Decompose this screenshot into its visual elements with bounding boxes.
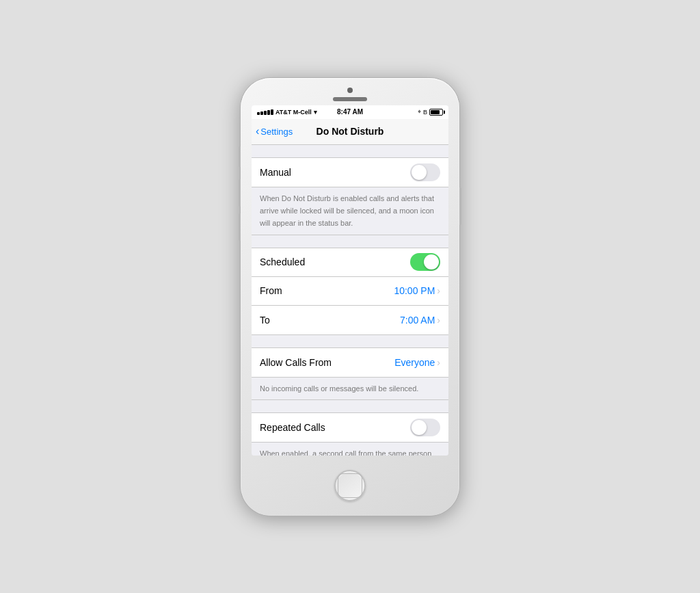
allow-calls-chevron-icon: ›	[437, 357, 440, 368]
allow-calls-row[interactable]: Allow Calls From Everyone ›	[252, 348, 448, 377]
manual-desc-text: When Do Not Disturb is enabled calls and…	[260, 194, 434, 228]
repeated-calls-section: Repeated Calls	[252, 412, 448, 443]
home-button-area	[334, 456, 366, 516]
signal-dot-3	[264, 111, 267, 115]
gap-2	[252, 235, 448, 248]
to-chevron-icon: ›	[437, 315, 440, 326]
back-button[interactable]: ‹ Settings	[256, 127, 293, 137]
scheduled-label: Scheduled	[260, 256, 305, 267]
manual-toggle[interactable]	[410, 163, 440, 181]
power-button[interactable]	[459, 187, 461, 225]
repeated-calls-label: Repeated Calls	[260, 422, 325, 433]
manual-row[interactable]: Manual	[252, 158, 448, 187]
gap-top	[252, 145, 448, 157]
from-time: 10:00 PM	[394, 285, 435, 296]
allow-calls-section: Allow Calls From Everyone ›	[252, 347, 448, 378]
to-row[interactable]: To 7:00 AM ›	[252, 306, 448, 334]
scheduled-toggle[interactable]	[410, 253, 440, 271]
to-time: 7:00 AM	[400, 315, 435, 326]
signal-dot-2	[260, 111, 263, 115]
phone-screen: AT&T M-Cell ▾ 8:47 AM ⌖ B ‹ Settings Do …	[252, 105, 448, 456]
mute-switch[interactable]	[239, 146, 241, 167]
manual-desc-block: When Do Not Disturb is enabled calls and…	[252, 187, 448, 235]
bluetooth-icon: B	[423, 109, 427, 116]
gap-3	[252, 335, 448, 347]
from-row[interactable]: From 10:00 PM ›	[252, 277, 448, 306]
from-value: 10:00 PM ›	[394, 285, 440, 296]
to-value: 7:00 AM ›	[400, 315, 440, 326]
status-bar: AT&T M-Cell ▾ 8:47 AM ⌖ B	[252, 105, 448, 119]
home-button-inner	[338, 473, 362, 498]
allow-calls-current: Everyone	[394, 357, 435, 368]
signal-dot-5	[271, 109, 273, 115]
status-left: AT&T M-Cell ▾	[257, 109, 317, 116]
carrier-label: AT&T M-Cell	[275, 109, 312, 116]
repeated-calls-desc-block: When enabled, a second call from the sam…	[252, 443, 448, 455]
allow-calls-value: Everyone ›	[394, 357, 440, 368]
from-chevron-icon: ›	[437, 285, 440, 296]
phone-top	[241, 78, 459, 105]
from-label: From	[260, 285, 282, 296]
phone-frame: AT&T M-Cell ▾ 8:47 AM ⌖ B ‹ Settings Do …	[241, 78, 459, 516]
repeated-calls-toggle-knob	[412, 420, 427, 435]
settings-content[interactable]: Manual When Do Not Disturb is enabled ca…	[252, 145, 448, 456]
allow-calls-desc-block: No incoming calls or messages will be si…	[252, 378, 448, 400]
signal-bars	[257, 109, 273, 115]
repeated-calls-toggle[interactable]	[410, 419, 440, 436]
gap-4	[252, 400, 448, 412]
manual-label: Manual	[260, 167, 291, 178]
status-right: ⌖ B	[418, 108, 443, 116]
scheduled-section: Scheduled From 10:00 PM › To 7:00 AM	[252, 248, 448, 335]
page-title: Do Not Disturb	[317, 126, 384, 137]
home-button[interactable]	[334, 470, 366, 501]
volume-down-button[interactable]	[239, 213, 241, 241]
repeated-calls-row[interactable]: Repeated Calls	[252, 413, 448, 442]
volume-up-button[interactable]	[239, 179, 241, 207]
front-camera	[347, 88, 353, 93]
navigation-bar: ‹ Settings Do Not Disturb	[252, 119, 448, 145]
signal-dot-4	[267, 110, 270, 115]
scheduled-row[interactable]: Scheduled	[252, 248, 448, 277]
battery-fill	[431, 110, 440, 114]
manual-toggle-knob	[412, 165, 427, 180]
earpiece-speaker	[333, 97, 367, 101]
manual-section: Manual	[252, 157, 448, 187]
wifi-icon: ▾	[314, 109, 317, 116]
repeated-calls-desc-text: When enabled, a second call from the sam…	[260, 449, 431, 455]
signal-dot-1	[257, 112, 260, 115]
to-label: To	[260, 315, 270, 326]
back-label: Settings	[260, 127, 293, 137]
battery-icon	[429, 109, 443, 116]
allow-calls-label: Allow Calls From	[260, 357, 332, 368]
status-time: 8:47 AM	[337, 108, 363, 116]
back-chevron-icon: ‹	[256, 126, 259, 137]
location-icon: ⌖	[418, 108, 421, 116]
allow-calls-desc-text: No incoming calls or messages will be si…	[260, 384, 418, 393]
scheduled-toggle-knob	[424, 254, 439, 269]
